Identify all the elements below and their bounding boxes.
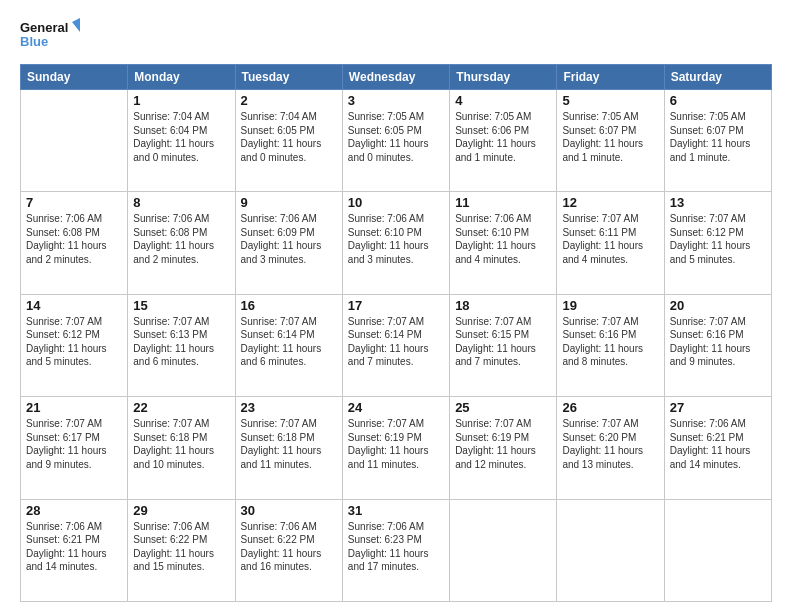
day-number: 7 [26, 195, 122, 210]
svg-marker-2 [72, 18, 80, 32]
calendar-cell: 14Sunrise: 7:07 AMSunset: 6:12 PMDayligh… [21, 294, 128, 396]
calendar-day-header: Sunday [21, 65, 128, 90]
day-info: Sunrise: 7:07 AMSunset: 6:20 PMDaylight:… [562, 417, 658, 471]
day-number: 9 [241, 195, 337, 210]
day-info: Sunrise: 7:07 AMSunset: 6:15 PMDaylight:… [455, 315, 551, 369]
calendar-cell: 12Sunrise: 7:07 AMSunset: 6:11 PMDayligh… [557, 192, 664, 294]
day-number: 28 [26, 503, 122, 518]
day-number: 3 [348, 93, 444, 108]
day-info: Sunrise: 7:07 AMSunset: 6:16 PMDaylight:… [670, 315, 766, 369]
calendar-cell: 11Sunrise: 7:06 AMSunset: 6:10 PMDayligh… [450, 192, 557, 294]
svg-text:General: General [20, 20, 68, 35]
logo: General Blue [20, 16, 80, 56]
calendar-cell [450, 499, 557, 601]
calendar-cell [557, 499, 664, 601]
day-number: 10 [348, 195, 444, 210]
day-info: Sunrise: 7:07 AMSunset: 6:12 PMDaylight:… [670, 212, 766, 266]
day-number: 15 [133, 298, 229, 313]
day-number: 1 [133, 93, 229, 108]
calendar-cell: 21Sunrise: 7:07 AMSunset: 6:17 PMDayligh… [21, 397, 128, 499]
calendar-cell: 22Sunrise: 7:07 AMSunset: 6:18 PMDayligh… [128, 397, 235, 499]
day-info: Sunrise: 7:06 AMSunset: 6:08 PMDaylight:… [26, 212, 122, 266]
calendar-cell: 9Sunrise: 7:06 AMSunset: 6:09 PMDaylight… [235, 192, 342, 294]
day-number: 26 [562, 400, 658, 415]
calendar-cell: 1Sunrise: 7:04 AMSunset: 6:04 PMDaylight… [128, 90, 235, 192]
calendar-cell: 30Sunrise: 7:06 AMSunset: 6:22 PMDayligh… [235, 499, 342, 601]
day-number: 17 [348, 298, 444, 313]
header: General Blue [20, 16, 772, 56]
day-number: 12 [562, 195, 658, 210]
calendar-cell: 6Sunrise: 7:05 AMSunset: 6:07 PMDaylight… [664, 90, 771, 192]
day-number: 4 [455, 93, 551, 108]
calendar-week-row: 7Sunrise: 7:06 AMSunset: 6:08 PMDaylight… [21, 192, 772, 294]
calendar-week-row: 14Sunrise: 7:07 AMSunset: 6:12 PMDayligh… [21, 294, 772, 396]
page: General Blue SundayMondayTuesdayWednesda… [0, 0, 792, 612]
day-info: Sunrise: 7:07 AMSunset: 6:13 PMDaylight:… [133, 315, 229, 369]
calendar-day-header: Wednesday [342, 65, 449, 90]
calendar-cell: 25Sunrise: 7:07 AMSunset: 6:19 PMDayligh… [450, 397, 557, 499]
day-number: 27 [670, 400, 766, 415]
day-number: 13 [670, 195, 766, 210]
calendar-cell: 19Sunrise: 7:07 AMSunset: 6:16 PMDayligh… [557, 294, 664, 396]
calendar-cell [664, 499, 771, 601]
calendar-day-header: Friday [557, 65, 664, 90]
calendar-cell: 15Sunrise: 7:07 AMSunset: 6:13 PMDayligh… [128, 294, 235, 396]
day-number: 30 [241, 503, 337, 518]
calendar-cell [21, 90, 128, 192]
calendar-cell: 26Sunrise: 7:07 AMSunset: 6:20 PMDayligh… [557, 397, 664, 499]
calendar-cell: 2Sunrise: 7:04 AMSunset: 6:05 PMDaylight… [235, 90, 342, 192]
calendar-cell: 31Sunrise: 7:06 AMSunset: 6:23 PMDayligh… [342, 499, 449, 601]
day-info: Sunrise: 7:07 AMSunset: 6:11 PMDaylight:… [562, 212, 658, 266]
day-info: Sunrise: 7:05 AMSunset: 6:07 PMDaylight:… [670, 110, 766, 164]
svg-text:Blue: Blue [20, 34, 48, 49]
day-info: Sunrise: 7:07 AMSunset: 6:19 PMDaylight:… [348, 417, 444, 471]
calendar-day-header: Saturday [664, 65, 771, 90]
day-info: Sunrise: 7:06 AMSunset: 6:21 PMDaylight:… [26, 520, 122, 574]
logo-svg: General Blue [20, 16, 80, 56]
calendar-cell: 16Sunrise: 7:07 AMSunset: 6:14 PMDayligh… [235, 294, 342, 396]
calendar-cell: 27Sunrise: 7:06 AMSunset: 6:21 PMDayligh… [664, 397, 771, 499]
day-info: Sunrise: 7:07 AMSunset: 6:18 PMDaylight:… [133, 417, 229, 471]
day-info: Sunrise: 7:06 AMSunset: 6:22 PMDaylight:… [241, 520, 337, 574]
calendar-day-header: Tuesday [235, 65, 342, 90]
day-number: 29 [133, 503, 229, 518]
calendar-cell: 13Sunrise: 7:07 AMSunset: 6:12 PMDayligh… [664, 192, 771, 294]
day-info: Sunrise: 7:07 AMSunset: 6:17 PMDaylight:… [26, 417, 122, 471]
day-info: Sunrise: 7:05 AMSunset: 6:05 PMDaylight:… [348, 110, 444, 164]
day-info: Sunrise: 7:05 AMSunset: 6:06 PMDaylight:… [455, 110, 551, 164]
day-info: Sunrise: 7:06 AMSunset: 6:08 PMDaylight:… [133, 212, 229, 266]
day-number: 25 [455, 400, 551, 415]
day-info: Sunrise: 7:06 AMSunset: 6:09 PMDaylight:… [241, 212, 337, 266]
day-number: 31 [348, 503, 444, 518]
day-info: Sunrise: 7:06 AMSunset: 6:23 PMDaylight:… [348, 520, 444, 574]
calendar-cell: 29Sunrise: 7:06 AMSunset: 6:22 PMDayligh… [128, 499, 235, 601]
calendar-week-row: 21Sunrise: 7:07 AMSunset: 6:17 PMDayligh… [21, 397, 772, 499]
day-number: 6 [670, 93, 766, 108]
calendar-week-row: 28Sunrise: 7:06 AMSunset: 6:21 PMDayligh… [21, 499, 772, 601]
day-number: 14 [26, 298, 122, 313]
day-info: Sunrise: 7:04 AMSunset: 6:04 PMDaylight:… [133, 110, 229, 164]
day-info: Sunrise: 7:07 AMSunset: 6:18 PMDaylight:… [241, 417, 337, 471]
calendar-cell: 5Sunrise: 7:05 AMSunset: 6:07 PMDaylight… [557, 90, 664, 192]
day-info: Sunrise: 7:07 AMSunset: 6:16 PMDaylight:… [562, 315, 658, 369]
calendar-cell: 8Sunrise: 7:06 AMSunset: 6:08 PMDaylight… [128, 192, 235, 294]
calendar-cell: 4Sunrise: 7:05 AMSunset: 6:06 PMDaylight… [450, 90, 557, 192]
calendar-cell: 10Sunrise: 7:06 AMSunset: 6:10 PMDayligh… [342, 192, 449, 294]
day-info: Sunrise: 7:06 AMSunset: 6:10 PMDaylight:… [348, 212, 444, 266]
day-info: Sunrise: 7:06 AMSunset: 6:22 PMDaylight:… [133, 520, 229, 574]
day-info: Sunrise: 7:04 AMSunset: 6:05 PMDaylight:… [241, 110, 337, 164]
day-info: Sunrise: 7:06 AMSunset: 6:10 PMDaylight:… [455, 212, 551, 266]
day-number: 8 [133, 195, 229, 210]
day-info: Sunrise: 7:06 AMSunset: 6:21 PMDaylight:… [670, 417, 766, 471]
day-info: Sunrise: 7:07 AMSunset: 6:19 PMDaylight:… [455, 417, 551, 471]
day-info: Sunrise: 7:07 AMSunset: 6:12 PMDaylight:… [26, 315, 122, 369]
calendar-header-row: SundayMondayTuesdayWednesdayThursdayFrid… [21, 65, 772, 90]
day-number: 19 [562, 298, 658, 313]
calendar-cell: 18Sunrise: 7:07 AMSunset: 6:15 PMDayligh… [450, 294, 557, 396]
day-number: 22 [133, 400, 229, 415]
calendar-day-header: Thursday [450, 65, 557, 90]
day-number: 2 [241, 93, 337, 108]
day-number: 21 [26, 400, 122, 415]
calendar-cell: 28Sunrise: 7:06 AMSunset: 6:21 PMDayligh… [21, 499, 128, 601]
calendar-week-row: 1Sunrise: 7:04 AMSunset: 6:04 PMDaylight… [21, 90, 772, 192]
